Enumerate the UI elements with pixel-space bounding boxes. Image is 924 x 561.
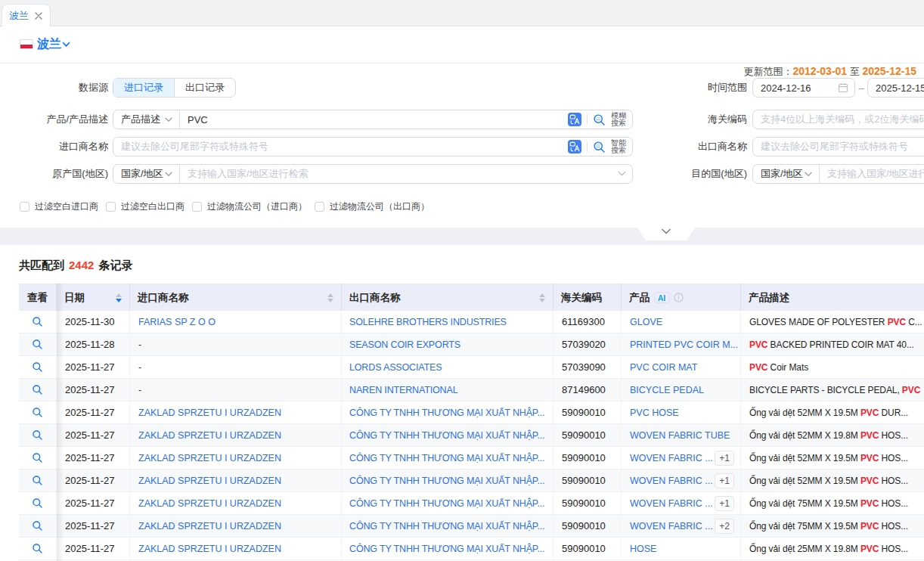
product-link[interactable]: GLOVE xyxy=(630,317,662,327)
collapse-toggle[interactable] xyxy=(637,228,695,240)
view-search-icon[interactable] xyxy=(32,452,43,463)
product-link[interactable]: WOVEN FABRIC ... xyxy=(630,476,713,486)
table-row: 2025-11-27 ZAKLAD SPRZETU I URZADZEN CÔN… xyxy=(19,424,924,447)
description-cell: Ống vải dệt 52MM X 19.5M PVC DUR... xyxy=(741,401,924,424)
smart-search-icon[interactable] xyxy=(593,141,606,153)
chevron-down-icon[interactable] xyxy=(62,42,70,48)
view-search-icon[interactable] xyxy=(32,520,43,532)
view-cell xyxy=(19,447,57,470)
importer-cell: - xyxy=(130,379,342,401)
tab-poland[interactable]: 波兰 xyxy=(2,4,51,26)
product-link[interactable]: PRINTED PVC COIR M... xyxy=(630,339,738,350)
importer-link[interactable]: ZAKLAD SPRZETU I URZADZEN xyxy=(138,521,281,532)
exporter-link[interactable]: CÔNG TY TNHH THƯƠNG MẠI XUẤT NHẬP... xyxy=(349,408,544,418)
product-link[interactable]: PVC HOSE xyxy=(630,408,679,418)
tab-label: 波兰 xyxy=(9,9,29,23)
importer-link[interactable]: ZAKLAD SPRZETU I URZADZEN xyxy=(138,453,281,463)
importer-link[interactable]: ZAKLAD SPRZETU I URZADZEN xyxy=(138,544,281,554)
view-search-icon[interactable] xyxy=(32,384,43,395)
info-icon[interactable] xyxy=(674,293,684,302)
sort-caret-up-icon xyxy=(327,293,333,297)
exporter-link[interactable]: CÔNG TY TNHH THƯƠNG MẠI XUẤT NHẬP... xyxy=(349,453,544,463)
product-link[interactable]: WOVEN FABRIC TUBE xyxy=(630,430,730,441)
sort-icons[interactable] xyxy=(327,293,333,302)
view-search-icon[interactable] xyxy=(32,339,43,350)
col-exporter[interactable]: 出口商名称 xyxy=(342,284,553,311)
hs-code-cell: 59090010 xyxy=(553,401,622,424)
exporter-cell: SOLEHRE BROTHERS INDUSTRIES xyxy=(342,311,553,333)
checkbox-icon[interactable] xyxy=(106,202,116,212)
description-cell: Ống vải dệt 25MM X 19.8M PVC HOS... xyxy=(741,538,924,560)
view-search-icon[interactable] xyxy=(32,497,43,509)
fuzzy-search-icon[interactable] xyxy=(593,113,606,126)
view-cell xyxy=(19,311,57,333)
exporter-link[interactable]: CÔNG TY TNHH THƯƠNG MẠI XUẤT NHẬP... xyxy=(349,430,544,441)
importer-link: - xyxy=(138,385,141,395)
date-cell: 2025-11-27 xyxy=(57,515,130,538)
product-link[interactable]: WOVEN FABRIC ... xyxy=(630,498,713,509)
export-records-option[interactable]: 出口记录 xyxy=(175,79,235,97)
filter-blank-exporter[interactable]: 过滤空白出口商 xyxy=(106,200,184,213)
importer-link[interactable]: FARIAS SP Z O O xyxy=(138,317,215,327)
country-name[interactable]: 波兰 xyxy=(37,36,61,52)
importer-link[interactable]: ZAKLAD SPRZETU I URZADZEN xyxy=(138,430,281,441)
importer-input[interactable]: 建议去除公司尾部字符或特殊符号 xyxy=(113,140,568,153)
exporter-link[interactable]: CÔNG TY TNHH THƯƠNG MẠI XUẤT NHẬP... xyxy=(349,498,544,509)
checkbox-icon[interactable] xyxy=(315,202,324,212)
sort-icons[interactable] xyxy=(539,293,545,302)
product-input[interactable]: PVC xyxy=(180,114,568,126)
product-link[interactable]: WOVEN FABRIC ... xyxy=(630,453,713,463)
view-cell xyxy=(19,492,57,515)
date-cell: 2025-11-30 xyxy=(57,311,130,333)
col-importer[interactable]: 进口商名称 xyxy=(130,284,342,311)
importer-link[interactable]: ZAKLAD SPRZETU I URZADZEN xyxy=(138,476,281,486)
product-field-select[interactable]: 产品描述 xyxy=(113,110,180,129)
view-search-icon[interactable] xyxy=(32,361,43,373)
translate-icon[interactable] xyxy=(568,113,581,126)
product-link[interactable]: HOSE xyxy=(630,544,656,554)
filter-logistics-importer[interactable]: 过滤物流公司（进口商） xyxy=(192,200,307,213)
exporter-link[interactable]: SOLEHRE BROTHERS INDUSTRIES xyxy=(349,317,507,327)
import-records-option[interactable]: 进口记录 xyxy=(113,79,175,97)
more-products-badge[interactable]: +1 xyxy=(715,496,734,511)
filter-logistics-exporter[interactable]: 过滤物流公司（出口商） xyxy=(315,200,429,213)
sort-icons[interactable] xyxy=(116,293,122,302)
end-date-input[interactable]: 2025-12-15 xyxy=(867,78,924,98)
destination-country-input[interactable]: 支持输入国家/地区进行检索 xyxy=(820,167,924,181)
hs-code-input[interactable]: 支持4位以上海关编码，或2位海关编码加产品描述 xyxy=(753,113,924,126)
close-icon[interactable] xyxy=(34,11,43,20)
col-date[interactable]: 日期 xyxy=(57,284,130,311)
importer-link[interactable]: ZAKLAD SPRZETU I URZADZEN xyxy=(138,498,281,509)
product-link[interactable]: BICYCLE PEDAL xyxy=(630,385,704,395)
exporter-link[interactable]: LORDS ASSOCIATES xyxy=(349,362,442,373)
view-search-icon[interactable] xyxy=(32,475,43,486)
product-link[interactable]: WOVEN FABRIC ... xyxy=(630,521,713,532)
view-search-icon[interactable] xyxy=(32,543,43,554)
checkbox-icon[interactable] xyxy=(20,202,29,212)
destination-type-select[interactable]: 国家/地区 xyxy=(753,165,820,183)
product-link[interactable]: PVC COIR MAT xyxy=(630,362,697,373)
more-products-badge[interactable]: +1 xyxy=(715,451,734,466)
view-search-icon[interactable] xyxy=(32,429,43,441)
exporter-link[interactable]: NAREN INTERNATIONAL xyxy=(349,385,457,395)
select-arrow-icon xyxy=(165,172,172,177)
exporter-link[interactable]: SEASON COIR EXPORTS xyxy=(349,339,460,350)
filter-blank-importer[interactable]: 过滤空白进口商 xyxy=(20,200,98,213)
translate-icon[interactable] xyxy=(568,140,581,153)
checkbox-icon[interactable] xyxy=(192,202,202,212)
date-range-separator: – xyxy=(855,82,867,94)
importer-link[interactable]: ZAKLAD SPRZETU I URZADZEN xyxy=(138,408,281,418)
start-date-input[interactable]: 2024-12-16 xyxy=(752,78,855,98)
exporter-input[interactable]: 建议去除公司尾部字符或特殊符号 xyxy=(753,140,924,153)
view-search-icon[interactable] xyxy=(32,316,43,327)
more-products-badge[interactable]: +1 xyxy=(715,473,734,488)
date-cell: 2025-11-28 xyxy=(57,333,130,356)
exporter-link[interactable]: CÔNG TY TNHH THƯƠNG MẠI XUẤT NHẬP... xyxy=(349,544,544,554)
exporter-link[interactable]: CÔNG TY TNHH THƯƠNG MẠI XUẤT NHẬP... xyxy=(349,521,544,532)
exporter-link[interactable]: CÔNG TY TNHH THƯƠNG MẠI XUẤT NHẬP... xyxy=(349,476,544,486)
more-products-badge[interactable]: +2 xyxy=(715,519,734,534)
origin-country-input[interactable]: 支持输入国家/地区进行检索 xyxy=(180,167,618,181)
view-search-icon[interactable] xyxy=(32,407,43,418)
time-range-picker: 2024-12-16 – 2025-12-15 xyxy=(752,78,924,98)
origin-type-select[interactable]: 国家/地区 xyxy=(113,165,180,183)
